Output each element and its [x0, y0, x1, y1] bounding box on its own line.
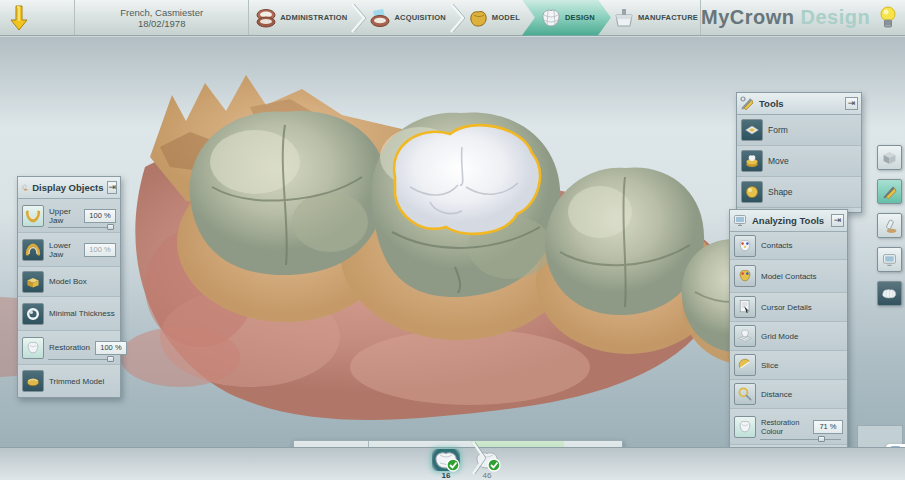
- acquisition-icon: [369, 8, 391, 28]
- tooth-selector: 16 46: [430, 449, 503, 480]
- analyzing-shortcut-button[interactable]: [877, 247, 902, 272]
- restoration-colour-icon: [734, 416, 756, 438]
- chevron-separator-icon: [448, 3, 466, 33]
- app-window: French, Casmiester 18/02/1978 ADMINISTRA…: [0, 0, 905, 480]
- lightbulb-icon: [879, 5, 897, 31]
- display-objects-shortcut-icon: [882, 218, 898, 234]
- patient-name: French, Casmiester: [120, 7, 203, 18]
- restoration-opacity-value[interactable]: 100 %: [95, 341, 127, 355]
- chevron-separator-icon: [349, 3, 367, 33]
- patient-info: French, Casmiester 18/02/1978: [75, 0, 249, 35]
- view-cube-icon: [881, 149, 898, 166]
- minimal-thickness-icon: [22, 303, 44, 325]
- trimmed-model-icon: [22, 370, 44, 392]
- contacts-icon: [734, 235, 756, 257]
- analyzing-tools-panel: Analyzing Tools ⇥ Contacts Model Contact…: [729, 209, 848, 475]
- tools-header[interactable]: Tools ⇥: [737, 93, 861, 115]
- tool-item-form[interactable]: Form: [737, 115, 861, 146]
- upper-jaw-opacity-value[interactable]: 100 %: [84, 209, 116, 223]
- app-title-product: Design: [801, 6, 871, 29]
- cursor-details-icon: [734, 296, 756, 318]
- tools-icon: [740, 96, 755, 111]
- analyzing-item-contacts[interactable]: Contacts: [730, 232, 847, 260]
- distance-icon: [734, 383, 756, 405]
- lower-jaw-icon: [22, 239, 44, 261]
- slice-icon: [734, 354, 756, 376]
- restoration-opacity-slider[interactable]: [48, 356, 114, 362]
- step-manufacture[interactable]: MANUFACTURE: [611, 0, 700, 36]
- display-objects-header[interactable]: Display Objects ⇥: [18, 177, 120, 199]
- nav-chevron-icon: [472, 441, 486, 475]
- analyzing-shortcut-icon: [882, 252, 898, 268]
- top-bar: French, Casmiester 18/02/1978 ADMINISTRA…: [0, 0, 905, 36]
- move-tool-icon: [741, 150, 763, 172]
- exit-button[interactable]: [0, 0, 75, 35]
- analyzing-item-restoration-colour[interactable]: Restoration Colour 71 %: [730, 409, 847, 445]
- tools-shortcut-button[interactable]: [877, 179, 902, 204]
- analyzing-item-slice[interactable]: Slice: [730, 351, 847, 380]
- analyzing-item-distance[interactable]: Distance: [730, 380, 847, 409]
- analyzing-item-model-contacts[interactable]: Model Contacts: [730, 260, 847, 293]
- manufacture-icon: [613, 7, 635, 28]
- model-contacts-icon: [734, 265, 756, 287]
- display-objects-panel: Display Objects ⇥ Upper Jaw 100 % Lower …: [17, 176, 121, 398]
- model-view-icon: [881, 286, 898, 301]
- display-objects-shortcut-button[interactable]: [877, 213, 902, 238]
- analyzing-tools-header[interactable]: Analyzing Tools ⇥: [730, 210, 847, 232]
- 3d-viewport[interactable]: Display Objects ⇥ Upper Jaw 100 % Lower …: [0, 37, 905, 447]
- workflow-steps: ADMINISTRATION ACQUISITION: [249, 0, 700, 35]
- patient-dob: 18/02/1978: [138, 18, 186, 29]
- step-administration[interactable]: ADMINISTRATION: [253, 0, 349, 36]
- administration-icon: [255, 8, 277, 28]
- tooth-16-icon[interactable]: [431, 449, 461, 473]
- analyzing-tools-icon: [733, 213, 748, 228]
- upper-jaw-opacity-slider[interactable]: [48, 224, 114, 230]
- hint-button[interactable]: [870, 0, 905, 35]
- tool-item-shape[interactable]: Shape: [737, 177, 861, 208]
- display-item-restoration[interactable]: Restoration 100 %: [18, 331, 120, 365]
- design-icon: [540, 7, 562, 28]
- restoration-colour-slider[interactable]: [760, 436, 841, 442]
- view-cube-button[interactable]: [877, 145, 902, 170]
- display-item-model-box[interactable]: Model Box: [18, 267, 120, 297]
- yellow-down-arrow-icon: [8, 4, 30, 32]
- grid-mode-icon: [734, 325, 756, 347]
- collapse-button[interactable]: ⇥: [845, 97, 858, 110]
- upper-jaw-icon: [22, 205, 44, 227]
- display-objects-icon: [21, 180, 28, 195]
- model-view-button[interactable]: [877, 281, 902, 306]
- display-item-upper-jaw[interactable]: Upper Jaw 100 %: [18, 199, 120, 233]
- restoration-icon: [22, 337, 44, 359]
- tools-panel: Tools ⇥ Form Move Shape: [736, 92, 862, 213]
- tool-item-move[interactable]: Move: [737, 146, 861, 177]
- lower-jaw-opacity-value: 100 %: [84, 243, 116, 257]
- shape-tool-icon: [741, 181, 763, 203]
- step-model[interactable]: MODEL: [466, 0, 522, 36]
- app-title: MyCrown Design: [700, 0, 870, 35]
- restoration-colour-value[interactable]: 71 %: [813, 420, 843, 434]
- app-title-brand: MyCrown: [701, 6, 795, 29]
- tools-shortcut-icon: [882, 184, 898, 200]
- step-design-active[interactable]: DESIGN: [522, 0, 611, 36]
- tooth-16[interactable]: 16: [430, 449, 462, 480]
- display-item-lower-jaw[interactable]: Lower Jaw 100 %: [18, 233, 120, 267]
- status-bar: 16 46: [0, 447, 905, 480]
- analyzing-item-grid-mode[interactable]: Grid Mode: [730, 322, 847, 351]
- collapse-button[interactable]: ⇥: [107, 181, 117, 194]
- side-toolbar: [877, 145, 902, 306]
- step-acquisition[interactable]: ACQUISITION: [367, 0, 447, 36]
- collapse-button[interactable]: ⇥: [831, 214, 844, 227]
- model-icon: [468, 8, 489, 28]
- model-box-icon: [22, 271, 44, 293]
- analyzing-item-cursor-details[interactable]: Cursor Details: [730, 293, 847, 322]
- display-item-trimmed-model[interactable]: Trimmed Model: [18, 365, 120, 397]
- form-tool-icon: [741, 119, 763, 141]
- display-item-minimal-thickness[interactable]: Minimal Thickness: [18, 297, 120, 331]
